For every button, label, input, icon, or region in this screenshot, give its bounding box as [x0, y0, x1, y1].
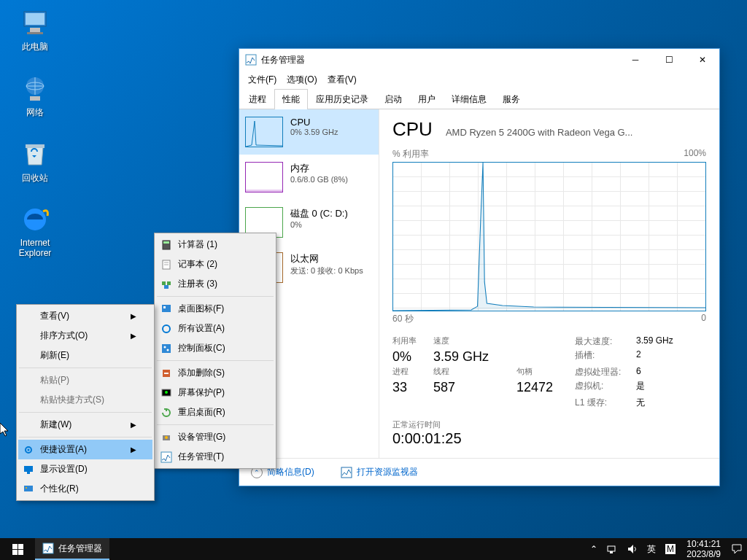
svg-rect-10 [246, 190, 282, 192]
tray-chevron-icon[interactable]: ⌃ [586, 538, 602, 560]
svg-rect-2 [30, 28, 40, 32]
perf-title: CPU [392, 118, 433, 141]
svg-rect-19 [164, 285, 169, 289]
action-center-icon[interactable] [727, 538, 747, 560]
stat-value: 无 [636, 397, 706, 409]
volume-icon[interactable] [622, 538, 643, 560]
maximize-button[interactable]: ☐ [652, 49, 686, 71]
ctx-item[interactable]: 便捷设置(A)▶ [18, 440, 152, 459]
submenu-item[interactable]: 所有设置(A) [156, 319, 274, 338]
svg-rect-40 [608, 546, 615, 551]
submenu-quicksettings: 计算器 (1)记事本 (2)注册表 (3)桌面图标(F)所有设置(A)控制面板(… [154, 233, 276, 469]
minimize-button[interactable]: ─ [619, 49, 652, 71]
ctx-item: 粘贴(P) [18, 370, 152, 390]
tab-processes[interactable]: 进程 [241, 89, 274, 109]
perf-card-cpu[interactable]: CPU0% 3.59 GHz [239, 109, 379, 155]
resmon-link[interactable]: 打开资源监视器 [341, 466, 418, 478]
submenu-item[interactable]: 屏幕保护(P) [156, 383, 274, 402]
submenu-item[interactable]: 添加删除(S) [156, 363, 274, 383]
cursor-icon [0, 423, 10, 438]
tab-users[interactable]: 用户 [410, 89, 444, 109]
separator [157, 360, 274, 361]
desktop-icon-recycle-bin[interactable]: 回收站 [7, 139, 63, 184]
ctx-item[interactable]: 个性化(R) [18, 479, 152, 499]
taskmgr-icon [245, 54, 257, 66]
stat-label: 插槽: [575, 349, 633, 365]
svg-rect-36 [27, 472, 30, 474]
svg-rect-21 [163, 306, 166, 308]
chevron-right-icon: ▶ [131, 446, 136, 454]
menu-view[interactable]: 查看(V) [323, 72, 361, 88]
mini-graph-cpu [245, 117, 283, 147]
chevron-right-icon: ▶ [131, 312, 136, 320]
svg-point-25 [167, 349, 169, 351]
x-right: 0 [701, 313, 706, 325]
desktop-icon-label: 回收站 [7, 172, 63, 184]
svg-point-24 [164, 346, 166, 348]
clock-time: 10:41:21 [686, 539, 721, 549]
svg-text:M: M [667, 544, 674, 554]
ctx-item[interactable]: 刷新(E) [18, 346, 152, 365]
card-name: CPU [290, 117, 338, 128]
menu-options[interactable]: 选项(O) [282, 72, 321, 88]
stat-value: 2 [636, 349, 706, 365]
tab-details[interactable]: 详细信息 [444, 89, 495, 109]
regedit-icon [160, 279, 172, 290]
stat-value: 0% [392, 349, 430, 365]
svg-rect-20 [162, 305, 171, 312]
taskbar-item-taskmgr[interactable]: 任务管理器 [35, 538, 109, 560]
tab-startup[interactable]: 启动 [376, 89, 410, 109]
submenu-item[interactable]: 设备管理(G) [156, 427, 274, 447]
titlebar[interactable]: 任务管理器 ─ ☐ ✕ [239, 49, 719, 71]
perf-card-memory[interactable]: 内存0.6/8.0 GB (8%) [239, 155, 379, 200]
submenu-item[interactable]: 重启桌面(R) [156, 402, 274, 422]
taskmgr-icon [160, 451, 172, 463]
submenu-item-label: 控制面板(C) [178, 342, 225, 354]
card-detail: 0.6/8.0 GB (8%) [290, 175, 348, 184]
ime-indicator[interactable]: 英 [643, 538, 660, 560]
ctx-item-label: 刷新(E) [40, 349, 69, 362]
stat-label: 利用率 [392, 335, 430, 348]
card-name: 磁盘 0 (C: D:) [290, 207, 348, 220]
ime-mode-icon[interactable]: M [660, 538, 681, 560]
ctx-item[interactable]: 查看(V)▶ [18, 306, 152, 326]
perf-main: CPU AMD Ryzen 5 2400G with Radeon Vega G… [379, 109, 719, 458]
desktop-icon-ie[interactable]: Internet Explorer [7, 204, 63, 258]
submenu-item[interactable]: 桌面图标(F) [156, 299, 274, 319]
desktop-icons-icon [160, 303, 172, 315]
tab-services[interactable]: 服务 [495, 89, 528, 109]
restart-icon [160, 407, 172, 419]
submenu-item[interactable]: 注册表 (3) [156, 274, 274, 294]
submenu-item[interactable]: 计算器 (1) [156, 235, 274, 254]
clock[interactable]: 10:41:21 2023/8/9 [681, 539, 727, 559]
menu-file[interactable]: 文件(F) [244, 72, 281, 88]
close-button[interactable]: ✕ [686, 49, 719, 71]
submenu-item-label: 任务管理(T) [178, 451, 224, 463]
network-tray-icon[interactable] [602, 538, 622, 560]
submenu-item[interactable]: 记事本 (2) [156, 254, 274, 274]
tab-bar: 进程 性能 应用历史记录 启动 用户 详细信息 服务 [239, 89, 719, 109]
ctx-item[interactable]: 排序方式(O)▶ [18, 326, 152, 346]
tab-apphistory[interactable]: 应用历史记录 [308, 89, 376, 109]
card-name: 以太网 [290, 252, 363, 265]
chevron-right-icon: ▶ [131, 421, 136, 429]
submenu-item[interactable]: 任务管理(T) [156, 447, 274, 467]
svg-rect-18 [167, 281, 171, 285]
svg-point-29 [165, 391, 168, 394]
desktop-icon-this-pc[interactable]: 此电脑 [7, 7, 63, 53]
ctx-item[interactable]: 显示设置(D) [18, 459, 152, 479]
start-button[interactable] [0, 538, 35, 560]
desktop-icon-network[interactable]: 网络 [7, 73, 63, 119]
svg-rect-35 [24, 466, 33, 472]
ctx-item[interactable]: 新建(W)▶ [18, 415, 152, 435]
svg-rect-39 [43, 543, 53, 553]
card-detail: 发送: 0 接收: 0 Kbps [290, 265, 363, 276]
screensaver-icon [160, 387, 172, 399]
ctx-item-label: 查看(V) [40, 310, 69, 322]
submenu-item[interactable]: 控制面板(C) [156, 338, 274, 358]
network-icon [20, 73, 50, 104]
svg-rect-17 [162, 281, 166, 285]
windows-logo-icon [12, 544, 23, 555]
tab-performance[interactable]: 性能 [274, 89, 308, 109]
ctx-item-label: 新建(W) [40, 419, 71, 431]
